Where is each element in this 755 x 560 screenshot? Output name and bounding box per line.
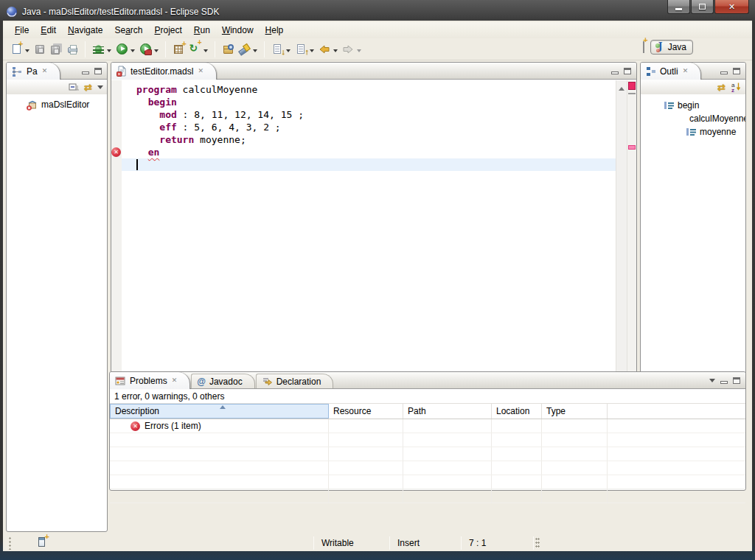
- code-line-5[interactable]: return moyenne;: [122, 133, 616, 146]
- scroll-up-icon[interactable]: [619, 84, 624, 91]
- tab-javadoc[interactable]: @ Javadoc: [191, 374, 254, 388]
- tab-problems[interactable]: Problems ✕: [110, 372, 190, 389]
- restore-button[interactable]: [691, 0, 714, 14]
- link-with-editor-icon[interactable]: ⇄: [84, 83, 92, 92]
- debug-dropdown[interactable]: [107, 49, 111, 55]
- menu-file[interactable]: File: [9, 24, 35, 37]
- save-all-button[interactable]: [48, 41, 64, 57]
- view-menu-icon[interactable]: [97, 85, 103, 92]
- link-with-editor-icon[interactable]: ⇄: [717, 83, 726, 92]
- editor-vertical-scrollbar[interactable]: [616, 80, 627, 399]
- save-button[interactable]: [32, 41, 48, 57]
- last-edit-location-button[interactable]: [269, 41, 285, 57]
- menu-project[interactable]: Project: [148, 24, 187, 37]
- minimize-view-icon[interactable]: [611, 71, 619, 74]
- code-line-3[interactable]: mod : 8, 11, 12, 14, 15 ;: [122, 108, 616, 121]
- column-header-location[interactable]: Location: [492, 404, 542, 419]
- next-annotation-dropdown[interactable]: [310, 49, 314, 55]
- tab-package-explorer[interactable]: Pa ✕: [7, 63, 60, 80]
- print-icon: [68, 47, 77, 53]
- new-java-project-button[interactable]: [170, 41, 187, 57]
- back-dropdown[interactable]: [333, 49, 338, 55]
- outline-item-moyenne[interactable]: moyenne: [641, 125, 745, 139]
- column-header-path[interactable]: Path: [403, 404, 492, 419]
- problems-view: Problems ✕ @ Javadoc Declaration 1 error…: [109, 371, 746, 491]
- code-line-1[interactable]: program calculMoyenne: [122, 83, 616, 96]
- tab-outline[interactable]: Outli ✕: [641, 63, 701, 80]
- code-line-6[interactable]: en: [122, 146, 616, 158]
- close-tab-icon[interactable]: ✕: [682, 67, 689, 75]
- search-dropdown[interactable]: [253, 49, 257, 55]
- external-tools-dropdown[interactable]: [154, 49, 159, 55]
- close-tab-icon[interactable]: ✕: [171, 377, 178, 385]
- open-artifact-button[interactable]: [220, 41, 236, 57]
- menu-search[interactable]: Search: [108, 24, 148, 37]
- problems-row-errors-group[interactable]: Errors (1 item): [110, 419, 745, 433]
- next-annotation-button[interactable]: [293, 41, 309, 57]
- overview-error-marker[interactable]: [628, 145, 636, 150]
- overview-error-header-marker[interactable]: [628, 82, 636, 90]
- outline-item-begin[interactable]: begin: [641, 99, 745, 112]
- code-line-2[interactable]: begin: [122, 96, 616, 108]
- problems-empty-row: [110, 461, 745, 475]
- save-all-icon: [51, 46, 60, 55]
- minimize-view-icon[interactable]: [82, 71, 89, 74]
- outline-item-calculmoyenne[interactable]: calculMoyenne: [641, 112, 745, 125]
- task-wizard-button[interactable]: [187, 41, 203, 57]
- column-header-resource[interactable]: Resource: [329, 404, 403, 419]
- menu-edit[interactable]: Edit: [35, 24, 62, 37]
- minimize-button[interactable]: [667, 0, 690, 14]
- error-marker-icon[interactable]: [111, 147, 121, 157]
- workbench: FileEditNavigateSearchProjectRunWindowHe…: [3, 21, 752, 551]
- collapse-all-icon[interactable]: [69, 83, 79, 92]
- fast-view-icon[interactable]: [38, 537, 45, 547]
- open-perspective-button[interactable]: [643, 42, 644, 52]
- column-header-description[interactable]: Description: [110, 404, 329, 419]
- task-wizard-icon: [189, 43, 201, 55]
- annotation-ruler[interactable]: [111, 80, 122, 399]
- problems-summary: 1 error, 0 warnings, 0 others: [110, 389, 745, 404]
- back-button[interactable]: [316, 41, 333, 57]
- maximize-view-icon[interactable]: [94, 68, 102, 74]
- minimize-view-icon[interactable]: [720, 381, 728, 384]
- sort-icon[interactable]: a z: [731, 82, 742, 92]
- last-edit-dropdown[interactable]: [286, 49, 290, 55]
- code-area[interactable]: program calculMoyenne begin mod : 8, 11,…: [122, 80, 616, 399]
- project-error-icon: [26, 99, 38, 111]
- problems-empty-row: [110, 475, 745, 489]
- column-header-type[interactable]: Type: [542, 404, 608, 419]
- run-dropdown[interactable]: [131, 49, 135, 55]
- code-line-4[interactable]: eff : 5, 6, 4, 3, 2 ;: [122, 121, 616, 133]
- overview-range-indicator: [628, 93, 636, 94]
- svg-text:z: z: [731, 87, 734, 92]
- view-menu-icon[interactable]: [709, 379, 715, 385]
- close-button[interactable]: ✕: [714, 0, 749, 14]
- menu-run[interactable]: Run: [188, 24, 216, 37]
- maximize-view-icon[interactable]: [733, 68, 740, 74]
- forward-button[interactable]: [340, 41, 356, 57]
- statusbar-grip: [535, 537, 540, 549]
- forward-dropdown[interactable]: [357, 49, 361, 55]
- close-tab-icon[interactable]: ✕: [197, 67, 204, 75]
- task-wizard-dropdown[interactable]: [203, 49, 208, 55]
- java-perspective-button[interactable]: Java: [650, 40, 693, 55]
- tab-declaration[interactable]: Declaration: [256, 374, 334, 388]
- debug-button[interactable]: [90, 41, 106, 57]
- menu-window[interactable]: Window: [216, 24, 260, 37]
- close-tab-icon[interactable]: ✕: [41, 67, 49, 75]
- run-button[interactable]: [114, 41, 130, 57]
- tree-item-madsleditor[interactable]: maDslEditor: [7, 98, 107, 111]
- declaration-icon: [262, 377, 273, 386]
- print-button[interactable]: [64, 41, 80, 57]
- minimize-view-icon[interactable]: [720, 71, 728, 74]
- new-wizard-button[interactable]: [8, 41, 24, 57]
- new-wizard-dropdown[interactable]: [25, 49, 29, 55]
- tab-testeditor-madsl[interactable]: testEditor.madsl ✕: [111, 63, 217, 80]
- search-button[interactable]: [236, 41, 252, 57]
- menu-navigate[interactable]: Navigate: [62, 24, 108, 37]
- maximize-view-icon[interactable]: [733, 377, 740, 384]
- external-tools-button[interactable]: [137, 41, 153, 57]
- menu-help[interactable]: Help: [260, 24, 290, 37]
- maximize-view-icon[interactable]: [624, 68, 631, 74]
- overview-ruler[interactable]: [627, 80, 636, 399]
